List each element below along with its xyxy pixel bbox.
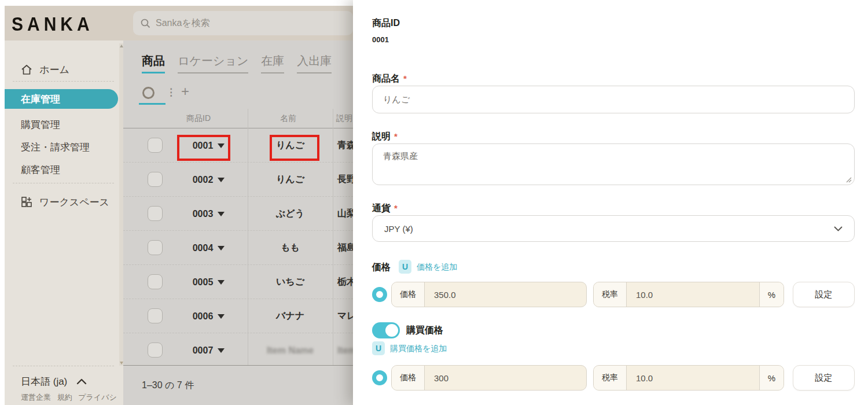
- sidebar-item-customers[interactable]: 顧客管理: [5, 160, 123, 179]
- footer-link-terms[interactable]: 規約: [57, 393, 72, 402]
- purchase-price-toggle[interactable]: [372, 322, 400, 338]
- price-prefix-label: 価格: [392, 366, 425, 390]
- view-tab-active-underline: [139, 103, 165, 105]
- purchase-bag-icon[interactable]: U: [372, 341, 385, 355]
- purchase-price-label: 購買価格: [406, 325, 443, 337]
- add-price-link[interactable]: 価格を追加: [417, 262, 457, 273]
- required-marker: *: [394, 131, 398, 141]
- tax-value-input[interactable]: 10.0: [627, 282, 759, 307]
- table-row[interactable]: 0002 りんご 長野: [123, 163, 353, 197]
- table-row[interactable]: 0006 バナナ マレ: [123, 299, 353, 333]
- tab-stock[interactable]: 在庫: [261, 53, 284, 73]
- price-input-group: 価格 350.0: [391, 282, 587, 307]
- column-header-product-id[interactable]: 商品ID: [178, 113, 219, 124]
- currency-label: 通貨*: [372, 203, 398, 215]
- table-row[interactable]: 0003 ぶどう 山梨: [123, 197, 353, 231]
- tab-inbound-outbound[interactable]: 入出庫: [297, 53, 332, 73]
- column-header-name[interactable]: 名前: [268, 113, 308, 124]
- global-search[interactable]: [133, 11, 353, 35]
- home-icon: [21, 64, 32, 75]
- description-label: 説明*: [372, 131, 398, 143]
- row-dropdown-icon[interactable]: [218, 348, 225, 353]
- sidebar-divider: [13, 183, 114, 183]
- tax-input-group: 税率 10.0 %: [593, 365, 784, 391]
- price-input-group: 価格 300: [391, 365, 587, 391]
- row-checkbox[interactable]: [148, 138, 163, 153]
- sidebar-item-inventory[interactable]: 在庫管理: [5, 89, 118, 109]
- search-icon: [141, 19, 150, 28]
- pagination-status: 1–30 の 7 件: [142, 380, 194, 392]
- table-row[interactable]: 0005 いちご 栃木: [123, 265, 353, 299]
- sidebar-item-purchasing[interactable]: 購買管理: [5, 115, 123, 134]
- settings-button[interactable]: 設定: [793, 365, 855, 391]
- sidebar-divider: [13, 366, 114, 366]
- description-textarea[interactable]: [372, 143, 855, 185]
- price-value-input[interactable]: 300: [425, 366, 586, 390]
- row-checkbox[interactable]: [148, 343, 163, 358]
- price-value-input[interactable]: 350.0: [425, 282, 586, 307]
- row-dropdown-icon[interactable]: [218, 246, 225, 251]
- row-dropdown-icon[interactable]: [218, 212, 225, 216]
- annotation-box-product-name: [270, 135, 319, 161]
- price-section-label: 価格: [372, 262, 391, 274]
- price-bag-icon[interactable]: U: [399, 260, 411, 274]
- tax-value-input[interactable]: 10.0: [627, 366, 759, 390]
- sidebar-divider: [13, 81, 114, 82]
- top-header: SANKA: [5, 6, 353, 41]
- product-name-input[interactable]: [372, 86, 855, 113]
- settings-button[interactable]: 設定: [793, 282, 855, 307]
- annotation-box-product-id: [177, 135, 230, 161]
- module-tabs: 商品 ロケーション 在庫 入出庫: [142, 53, 332, 73]
- workspace-icon: [21, 196, 32, 208]
- resize-grip-icon[interactable]: [846, 177, 852, 183]
- purchase-price-row: 価格 300 税率 10.0 % 設定: [353, 365, 868, 391]
- price-prefix-label: 価格: [392, 282, 425, 307]
- product-id-value: 0001: [372, 35, 389, 44]
- sanka-logo: SANKA: [12, 13, 94, 35]
- percent-suffix: %: [759, 366, 784, 390]
- table-row[interactable]: 0007 Item Name Item: [123, 333, 353, 366]
- row-checkbox[interactable]: [148, 274, 163, 289]
- purchase-price-radio[interactable]: [372, 370, 387, 385]
- required-marker: *: [403, 73, 407, 83]
- row-checkbox[interactable]: [148, 308, 163, 323]
- row-dropdown-icon[interactable]: [218, 178, 225, 182]
- price-radio[interactable]: [372, 287, 387, 302]
- tax-prefix-label: 税率: [594, 366, 627, 390]
- row-checkbox[interactable]: [148, 206, 163, 221]
- row-checkbox[interactable]: [148, 240, 163, 255]
- row-dropdown-icon[interactable]: [218, 280, 225, 285]
- footer-link-company[interactable]: 運営企業: [21, 393, 51, 402]
- percent-suffix: %: [759, 282, 784, 307]
- add-purchase-price-link[interactable]: 購買価格を追加: [390, 344, 447, 354]
- view-menu-icon[interactable]: ⋮: [166, 86, 176, 100]
- product-detail-drawer: 商品ID 0001 商品名* 説明* 通貨* JPY (¥) 価格 U 価格を追…: [353, 0, 868, 405]
- tab-locations[interactable]: ロケーション: [178, 53, 248, 73]
- row-checkbox[interactable]: [148, 172, 163, 187]
- tax-prefix-label: 税率: [594, 282, 627, 307]
- chevron-down-icon: [834, 226, 843, 231]
- product-id-label: 商品ID: [372, 17, 400, 30]
- table-header: 商品ID 名前 説明: [123, 109, 353, 128]
- sidebar-footer-links: 運営企業 規約 プライバシー: [21, 392, 123, 405]
- tab-products[interactable]: 商品: [142, 53, 165, 73]
- tax-input-group: 税率 10.0 %: [593, 282, 784, 307]
- required-marker: *: [394, 203, 398, 213]
- sidebar: ホーム 在庫管理 購買管理 受注・請求管理 顧客管理 ワークスペース 日本語 (…: [5, 41, 123, 405]
- currency-select[interactable]: JPY (¥): [372, 215, 855, 242]
- view-tab-icon[interactable]: [142, 87, 155, 99]
- table-row[interactable]: 0004 もも 福島: [123, 231, 353, 265]
- toggle-knob: [385, 324, 398, 337]
- products-panel: 商品 ロケーション 在庫 入出庫 ⋮ + 商品ID 名前 説明 0001 りんご…: [123, 41, 353, 405]
- language-selector[interactable]: 日本語 (ja): [21, 375, 87, 388]
- price-row: 価格 350.0 税率 10.0 % 設定: [353, 282, 868, 307]
- sidebar-item-workspace[interactable]: ワークスペース: [5, 192, 123, 212]
- search-input[interactable]: [156, 18, 345, 28]
- product-name-label: 商品名*: [372, 73, 407, 85]
- sidebar-item-home[interactable]: ホーム: [5, 60, 123, 79]
- row-dropdown-icon[interactable]: [218, 314, 225, 319]
- add-view-icon[interactable]: +: [181, 83, 189, 100]
- sidebar-item-orders-billing[interactable]: 受注・請求管理: [5, 137, 123, 157]
- column-header-description[interactable]: 説明: [336, 113, 352, 124]
- chevron-up-icon: [76, 378, 87, 385]
